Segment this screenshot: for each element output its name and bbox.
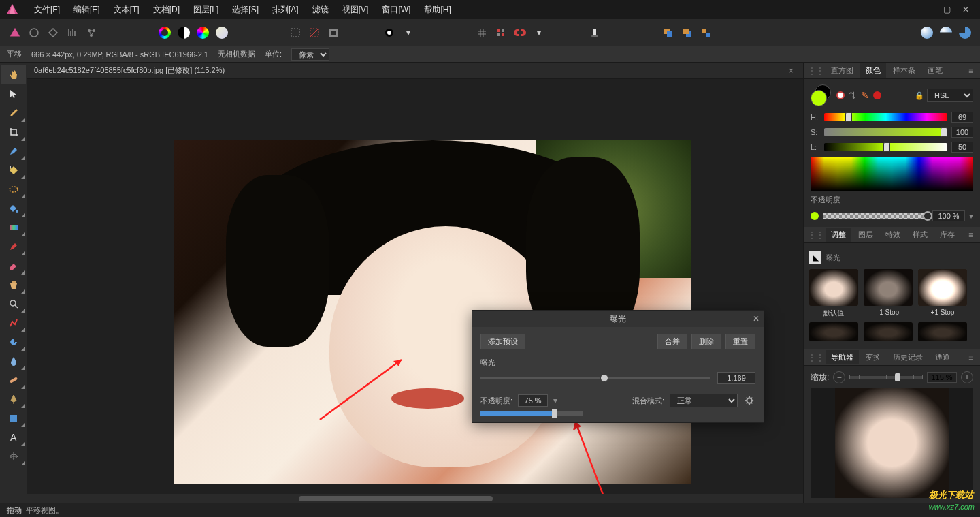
preset-plus-1[interactable]: +1 Stop: [918, 269, 967, 318]
add-circle-icon[interactable]: [919, 25, 935, 41]
mesh-tool[interactable]: [1, 447, 26, 466]
persona-export-icon[interactable]: [83, 25, 99, 41]
persona-tone-icon[interactable]: [64, 25, 80, 41]
color-mode-select[interactable]: HSL: [927, 89, 973, 102]
color-swatch-pair[interactable]: [811, 84, 832, 106]
dialog-opacity-value[interactable]: [518, 394, 548, 407]
intersect-circle-icon[interactable]: [957, 25, 973, 41]
horizontal-scrollbar[interactable]: [27, 494, 803, 503]
arrange-group-icon[interactable]: [698, 25, 715, 41]
snap-icon[interactable]: [512, 25, 528, 41]
lit-value[interactable]: [951, 142, 973, 153]
zoom-value[interactable]: [927, 372, 957, 383]
color-picker-tool[interactable]: [1, 104, 26, 123]
tab-stock[interactable]: 库存: [934, 228, 960, 242]
preset-minus-1[interactable]: -1 Stop: [864, 269, 913, 318]
context-units-select[interactable]: 像素: [291, 48, 329, 61]
flood-fill-tool[interactable]: [1, 199, 26, 218]
shape-tool[interactable]: [1, 409, 26, 428]
hue-value[interactable]: [951, 112, 973, 123]
dialog-opacity-dropdown-icon[interactable]: ▾: [553, 396, 557, 405]
tab-styles[interactable]: 样式: [907, 228, 933, 242]
flood-select-tool[interactable]: [1, 161, 26, 180]
dialog-titlebar[interactable]: 曝光 ✕: [472, 311, 764, 327]
persona-develop-icon[interactable]: [45, 25, 61, 41]
auto-contrast-icon[interactable]: [176, 25, 192, 41]
move-tool[interactable]: [1, 84, 26, 104]
panel-menu-icon-3[interactable]: ≡: [966, 353, 976, 362]
tab-swatches[interactable]: 样本条: [887, 63, 921, 78]
hue-slider[interactable]: [824, 113, 947, 121]
exposure-dialog[interactable]: 曝光 ✕ 添加预设 合并 删除 重置 曝光 不透明度: ▾ 混合模式: 正常: [472, 310, 764, 423]
pen-tool[interactable]: [1, 390, 26, 409]
opacity-slider[interactable]: [823, 213, 928, 219]
canvas-viewport[interactable]: [27, 79, 803, 494]
dialog-gear-icon[interactable]: [743, 394, 755, 407]
tab-brushes[interactable]: 画笔: [922, 63, 948, 78]
delete-button[interactable]: 删除: [691, 334, 721, 349]
opacity-dropdown-icon[interactable]: ▾: [969, 211, 973, 221]
persona-liquify-icon[interactable]: [26, 25, 42, 41]
tab-histogram[interactable]: 直方图: [826, 63, 859, 78]
crop-tool[interactable]: [1, 123, 26, 142]
selection-brush-tool[interactable]: [1, 142, 26, 161]
dialog-opacity-slider[interactable]: [480, 411, 583, 416]
menu-document[interactable]: 文档[D]: [146, 1, 186, 18]
paint-brush-tool[interactable]: [1, 237, 26, 256]
maximize-button[interactable]: ▢: [942, 5, 951, 14]
menu-help[interactable]: 帮助[H]: [417, 1, 457, 18]
clone-tool[interactable]: [1, 275, 26, 294]
tab-navigator[interactable]: 导航器: [826, 350, 859, 364]
blend-mode-select[interactable]: 正常: [670, 394, 738, 407]
menu-view[interactable]: 视图[V]: [336, 1, 376, 18]
dialog-close-button[interactable]: ✕: [753, 314, 760, 324]
menu-edit[interactable]: 编辑[E]: [67, 1, 107, 18]
preset-default[interactable]: 默认值: [809, 269, 858, 318]
menu-select[interactable]: 选择[S]: [225, 1, 265, 18]
menu-file[interactable]: 文件[F]: [27, 1, 67, 18]
menu-text[interactable]: 文本[T]: [107, 1, 146, 18]
add-preset-button[interactable]: 添加预设: [480, 334, 525, 349]
menu-layer[interactable]: 图层[L]: [186, 1, 225, 18]
navigator-thumbnail[interactable]: [811, 388, 973, 498]
zoom-out-button[interactable]: −: [833, 371, 845, 383]
auto-colors-icon[interactable]: [195, 25, 211, 41]
preset-extra-3[interactable]: [918, 322, 967, 344]
subtract-circle-icon[interactable]: [938, 25, 954, 41]
zoom-in-button[interactable]: +: [961, 371, 973, 383]
zoom-slider[interactable]: [849, 376, 923, 379]
color-spectrum[interactable]: [811, 157, 973, 191]
hand-tool[interactable]: [1, 65, 26, 84]
snap-dropdown-icon[interactable]: ▾: [531, 25, 547, 41]
sample-swatch[interactable]: [873, 91, 881, 99]
gradient-tool[interactable]: [1, 218, 26, 237]
preset-extra-2[interactable]: [864, 322, 913, 344]
tab-effects[interactable]: 特效: [880, 228, 906, 242]
scrollbar-thumb[interactable]: [299, 496, 493, 501]
swap-colors-icon[interactable]: ⇄: [847, 91, 858, 99]
inpainting-tool[interactable]: [1, 313, 26, 332]
document-tab-close[interactable]: ×: [786, 66, 796, 76]
tab-transform[interactable]: 变换: [860, 350, 886, 364]
assistant-icon[interactable]: [587, 25, 603, 41]
invert-selection-icon[interactable]: [325, 25, 342, 41]
quickmask-icon[interactable]: [381, 25, 397, 41]
close-button[interactable]: ✕: [961, 5, 970, 14]
menu-window[interactable]: 窗口[W]: [375, 1, 417, 18]
zoom-tool[interactable]: [1, 294, 26, 313]
document-tab[interactable]: 0af6eb24c5182e7f405855fc5fcf80b.jpg [已修改…: [27, 63, 803, 79]
arrange-front-icon[interactable]: [679, 25, 696, 41]
lit-slider[interactable]: [824, 143, 947, 151]
marquee-tool[interactable]: [1, 180, 26, 199]
tab-color[interactable]: 颜色: [860, 63, 886, 78]
text-tool[interactable]: A: [1, 428, 26, 447]
pixel-grid-icon[interactable]: [493, 25, 509, 41]
lock-icon[interactable]: 🔒: [915, 91, 924, 100]
exposure-slider[interactable]: [480, 377, 710, 379]
minimize-button[interactable]: ─: [923, 5, 932, 14]
panel-menu-icon-2[interactable]: ≡: [966, 230, 976, 240]
sat-slider[interactable]: [824, 128, 947, 136]
auto-levels-icon[interactable]: [157, 25, 173, 41]
arrange-back-icon[interactable]: [660, 25, 676, 41]
panel-menu-icon[interactable]: ≡: [966, 66, 976, 76]
